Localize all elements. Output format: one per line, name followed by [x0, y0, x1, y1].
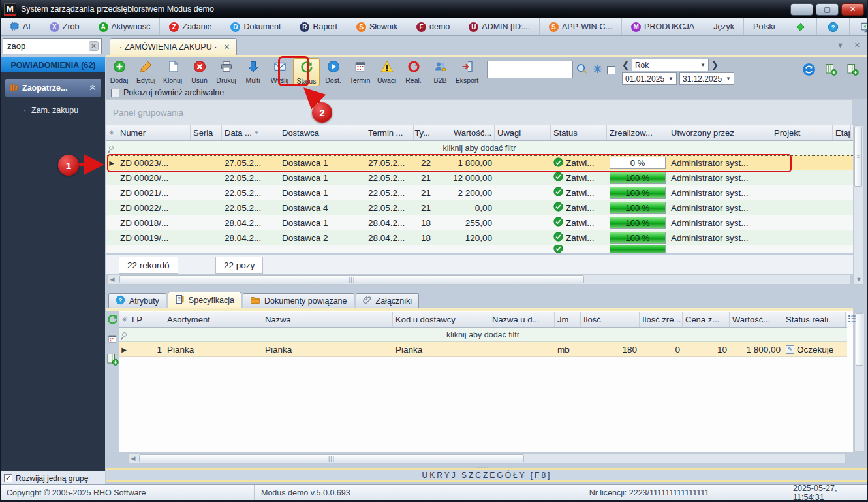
filter-settings-icon[interactable] [592, 63, 603, 77]
tab-zamowienia-zakupu[interactable]: · ZAMÓWIENIA ZAKUPU · ✕ [110, 38, 237, 55]
main-table-filter-row[interactable]: kliknij aby dodać filtr [106, 141, 853, 155]
column-header-data[interactable]: Data ...▼ [222, 125, 279, 140]
search-input[interactable] [6, 40, 89, 52]
detail-tab-dokumenty-powi-zane[interactable]: Dokumenty powiązane [243, 293, 354, 308]
detail-calendar-icon[interactable] [107, 334, 117, 347]
menu-item-admin-id-[interactable]: UADMIN [ID:... [459, 18, 540, 35]
table-row[interactable]: ZD 00022/...22.05.2...Dostawca 422.05.2.… [106, 200, 853, 215]
column-header-cena[interactable]: Cena z... [683, 312, 730, 327]
column-header-nazwa[interactable]: Nazwa [262, 312, 393, 327]
edytuj-button[interactable]: Edytuj [132, 58, 159, 86]
menu-item-raport[interactable]: RRaport [290, 18, 347, 35]
dodaj-button[interactable]: Dodaj [106, 58, 132, 86]
klonuj-button[interactable]: Klonuj [159, 58, 186, 86]
diamond-icon[interactable] [784, 18, 817, 35]
detail-tab-atrybuty[interactable]: ?Atrybuty [108, 293, 166, 308]
drukuj-button[interactable]: Drukuj [213, 58, 240, 86]
column-header-nazwa_u[interactable]: Nazwa u d... [489, 312, 555, 327]
column-header-lp[interactable]: LP [129, 312, 164, 327]
menu-item-demo[interactable]: Fdemo [407, 18, 459, 35]
date-to-dropdown[interactable]: 31.12.2025▼ [679, 72, 734, 85]
notifications-bar[interactable]: POWIADOMIENIA (62) [1, 57, 105, 72]
column-header-utworzony[interactable]: Utworzony przez [668, 125, 771, 140]
period-prev-icon[interactable]: ❮ [622, 60, 629, 70]
termin-button[interactable]: Termin [347, 58, 373, 86]
eksport-button[interactable]: Eksport [454, 58, 480, 86]
column-header-ilosc[interactable]: Ilość [581, 312, 640, 327]
column-header-status[interactable]: Status [551, 125, 607, 140]
multi-button[interactable]: Multi [240, 58, 266, 86]
sidebar-group-supply[interactable]: Zaopatrze... [5, 79, 101, 97]
dost-button[interactable]: Dost. [320, 58, 347, 86]
help-icon[interactable]: ? [817, 18, 850, 35]
main-hscrollbar[interactable]: ◀ ||| [107, 274, 851, 285]
menu-item-zadanie[interactable]: ZZadanie [160, 18, 221, 35]
detail-refresh-icon[interactable] [107, 314, 118, 328]
column-chooser-icon[interactable] [847, 313, 858, 326]
menu-item-ai[interactable]: AI [0, 18, 40, 35]
table-row[interactable]: ZD 00019/...28.04.2...Dostawca 228.04.2.… [106, 230, 853, 245]
scroll-left-icon[interactable]: ◀ [108, 276, 117, 283]
close-button[interactable]: ✕ [841, 3, 864, 16]
table-row[interactable]: ZD 00020/...22.05.2...Dostawca 122.05.2.… [106, 170, 853, 185]
column-header-numer[interactable]: Numer [117, 125, 191, 140]
column-header-termin[interactable]: Termin ... [365, 125, 414, 140]
main-vscrollbar-thumb[interactable]: ≡ [854, 127, 862, 187]
menu-item-app-win-c-[interactable]: SAPP-WIN-C... [540, 18, 622, 35]
detail-add-grid-icon[interactable] [106, 353, 119, 368]
usu-button[interactable]: Usuń [186, 58, 213, 86]
scroll-down-icon[interactable]: ▼ [854, 276, 863, 283]
main-vscrollbar[interactable]: ≡ ▼ [853, 125, 863, 285]
column-header-uwagi[interactable]: Uwagi [495, 125, 551, 140]
date-from-dropdown[interactable]: 01.01.2025▼ [622, 72, 677, 85]
expand-group-checkbox[interactable]: ✓ [4, 474, 12, 482]
column-header-ilosc_zre[interactable]: Ilość zre... [640, 312, 683, 327]
search-magnifier-icon[interactable] [576, 63, 588, 78]
archive-checkbox[interactable] [111, 89, 119, 97]
column-header-wartosc[interactable]: Wartość... [730, 312, 783, 327]
table-row[interactable]: ▶1PiankaPiankaPiankamb1800101 800,00✎Ocz… [119, 342, 847, 357]
menu-item-polski[interactable]: Polski [744, 18, 784, 35]
toolbar-checkbox[interactable] [607, 66, 615, 74]
menu-item-produkcja[interactable]: MPRODUKCJA [622, 18, 704, 35]
add-grid-column-icon[interactable] [846, 63, 859, 78]
column-header-typ[interactable]: Ty... [414, 125, 433, 140]
splitter-handle[interactable]: .... [478, 285, 489, 292]
menu-item-j-zyk[interactable]: Język [704, 18, 744, 35]
grouping-panel[interactable]: Panel grupowania [106, 99, 853, 125]
column-header-jm[interactable]: Jm [555, 312, 581, 327]
detail-tab-za-czniki[interactable]: Załączniki [356, 293, 420, 308]
column-header-zreal[interactable]: Zrealizow... [607, 125, 668, 140]
column-header-status[interactable]: Status reali. [783, 312, 846, 327]
real-button[interactable]: Real. [400, 58, 427, 86]
detail-table-filter-row[interactable]: kliknij aby dodać filtr [119, 328, 847, 342]
main-hscrollbar-thumb[interactable]: ||| [119, 275, 584, 283]
column-header-seria[interactable]: Seria [191, 125, 222, 140]
detail-vscrollbar[interactable] [854, 312, 865, 452]
column-header-etap[interactable]: Etap [833, 125, 851, 140]
column-header-asortyment[interactable]: Asortyment [164, 312, 262, 327]
menu-item-zr-b[interactable]: XZrób [40, 18, 89, 35]
tab-list-dropdown-icon[interactable]: ▼ [837, 41, 844, 50]
minimize-button[interactable]: — [790, 3, 813, 16]
refresh-icon[interactable] [802, 63, 816, 79]
table-row[interactable]: ZD 00021/...22.05.2...Dostawca 122.05.2.… [106, 185, 853, 200]
scroll-left-icon[interactable]: ◀ [129, 455, 138, 462]
menu-item-dokument[interactable]: DDokument [221, 18, 290, 35]
column-header-dostawca[interactable]: Dostawca [279, 125, 365, 140]
sidebar-item-zam-zakupu[interactable]: Zam. zakupu [1, 106, 105, 115]
detail-tab-specyfikacja[interactable]: Specyfikacja [168, 292, 241, 308]
column-header-wartosc[interactable]: Wartość... [433, 125, 495, 140]
detail-hscrollbar-thumb[interactable]: ||| [139, 454, 524, 462]
tab-close-icon[interactable]: ✕ [223, 42, 230, 52]
column-header-kod[interactable]: Kod u dostawcy [393, 312, 489, 327]
collapse-chevron-icon[interactable] [88, 82, 97, 93]
sidebar-search[interactable]: ✕ [3, 38, 102, 54]
toolbar-search-input[interactable] [487, 61, 573, 78]
tab-strip-close-icon[interactable]: ✕ [854, 41, 860, 50]
hide-details-bar[interactable]: UKRYJ SZCZEGÓŁY [F8] [106, 468, 868, 482]
menu-item-aktywno-[interactable]: AAktywność [89, 18, 161, 35]
clear-search-icon[interactable]: ✕ [89, 41, 99, 51]
period-next-icon[interactable]: ❯ [711, 60, 719, 70]
column-header-projekt[interactable]: Projekt [771, 125, 833, 140]
